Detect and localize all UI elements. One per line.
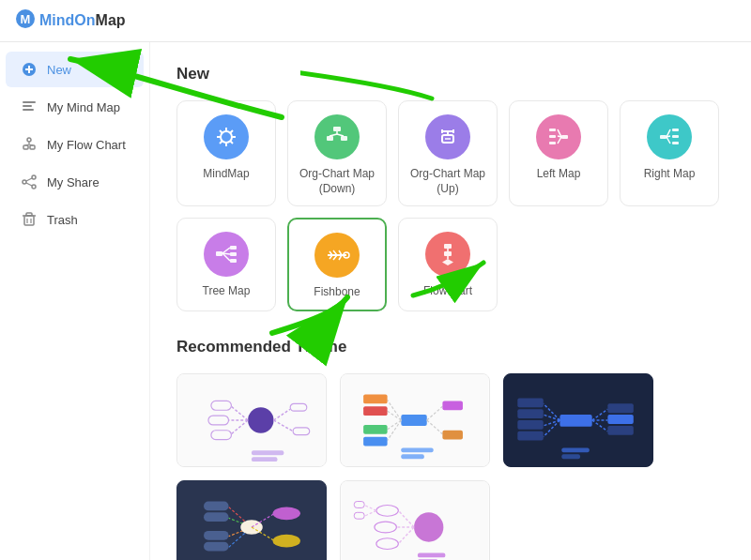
svg-rect-116 [517, 398, 543, 407]
rightmap-label: Right Map [644, 167, 696, 182]
svg-rect-125 [607, 426, 633, 435]
svg-rect-5 [23, 101, 36, 103]
svg-rect-142 [342, 481, 489, 560]
svg-rect-119 [517, 431, 543, 441]
theme-card-3[interactable] [503, 373, 653, 467]
svg-line-59 [667, 137, 670, 144]
svg-point-16 [32, 185, 36, 189]
share-nav-icon [21, 174, 38, 190]
sidebar-item-flowchart[interactable]: My Flow Chart [6, 127, 144, 162]
svg-rect-109 [401, 454, 424, 459]
trash-nav-icon [21, 211, 38, 228]
header: M MindOnMap [0, 0, 751, 42]
svg-line-17 [26, 178, 32, 181]
svg-line-52 [558, 137, 561, 144]
recommended-section: Recommended Theme [176, 338, 725, 560]
svg-rect-107 [442, 431, 463, 440]
orgup-icon [425, 114, 470, 159]
svg-rect-34 [327, 136, 333, 141]
flowchart-label: Flowchart [423, 284, 472, 299]
mindmap-label: MindMap [203, 167, 249, 182]
svg-rect-106 [442, 401, 463, 410]
svg-rect-35 [341, 136, 347, 141]
svg-rect-55 [672, 135, 679, 138]
flowchart-nav-icon [21, 136, 38, 153]
sidebar-item-myshare[interactable]: My Share [6, 164, 144, 200]
sidebar-item-trash[interactable]: Trash [6, 202, 144, 237]
orgdown-icon [314, 114, 360, 159]
template-grid: MindMap Org-Chart Map(Down) Org-Chart Ma… [176, 100, 725, 311]
leftmap-label: Left Map [537, 167, 581, 182]
svg-rect-60 [216, 251, 222, 256]
template-card-flowchart[interactable]: Flowchart [398, 218, 498, 311]
sidebar-item-mymindmap[interactable]: My Mind Map [6, 89, 144, 125]
fishbone-label: Fishbone [314, 285, 360, 300]
template-card-leftmap[interactable]: Left Map [509, 100, 608, 206]
svg-rect-7 [23, 109, 34, 111]
svg-rect-134 [204, 501, 228, 510]
svg-rect-103 [363, 436, 387, 446]
sidebar-item-mymindmap-label: My Mind Map [47, 100, 120, 114]
svg-line-31 [230, 130, 233, 133]
svg-rect-95 [401, 415, 426, 426]
svg-rect-137 [204, 541, 228, 551]
sidebar-item-myshare-label: My Share [47, 175, 100, 189]
svg-point-8 [27, 138, 31, 142]
orgup-label: Org-Chart Map (Up) [408, 167, 487, 196]
mindmap-nav-icon [21, 98, 38, 115]
new-section-title: New [176, 65, 725, 83]
svg-rect-102 [363, 425, 387, 434]
orgdown-label: Org-Chart Map(Down) [299, 167, 375, 196]
logo-icon: M [15, 8, 36, 34]
svg-line-64 [222, 248, 230, 253]
svg-rect-118 [517, 420, 543, 430]
svg-rect-53 [660, 135, 667, 139]
svg-point-143 [414, 512, 443, 541]
theme-card-2[interactable] [340, 373, 490, 467]
template-card-mindmap[interactable]: MindMap [176, 100, 276, 206]
theme-card-1[interactable] [176, 373, 327, 467]
svg-rect-48 [549, 135, 556, 138]
plus-icon [21, 61, 38, 78]
svg-rect-136 [204, 531, 228, 540]
svg-rect-101 [363, 406, 387, 416]
template-card-orgdown[interactable]: Org-Chart Map(Down) [287, 100, 387, 206]
svg-rect-9 [23, 145, 28, 149]
svg-rect-6 [23, 105, 32, 107]
svg-marker-77 [442, 259, 453, 265]
svg-rect-92 [252, 450, 284, 455]
sidebar-item-new[interactable]: New [6, 52, 144, 87]
template-card-fishbone[interactable]: Fishbone [287, 218, 387, 311]
svg-rect-127 [561, 454, 580, 459]
sidebar-item-new-label: New [47, 63, 71, 77]
svg-rect-76 [444, 251, 452, 256]
sidebar-item-trash-label: Trash [47, 213, 78, 227]
svg-rect-135 [204, 512, 228, 522]
svg-rect-124 [607, 415, 633, 424]
svg-line-37 [330, 134, 337, 136]
mindmap-icon [204, 114, 249, 159]
svg-line-29 [220, 130, 222, 133]
theme-card-5[interactable] [340, 480, 490, 560]
svg-rect-126 [561, 447, 589, 452]
svg-rect-108 [401, 447, 433, 452]
svg-rect-21 [26, 213, 32, 216]
template-card-treemap[interactable]: Tree Map [176, 218, 276, 311]
treemap-label: Tree Map [203, 284, 251, 299]
svg-point-81 [248, 407, 273, 432]
rightmap-icon [647, 114, 692, 159]
sidebar-item-flowchart-label: My Flow Chart [47, 138, 126, 152]
logo-text: MindOnMap [39, 12, 126, 29]
svg-rect-117 [517, 409, 543, 418]
new-section: New MindMap Org-Chart Map(Down) [176, 65, 725, 311]
svg-rect-75 [444, 244, 452, 249]
svg-rect-49 [549, 142, 556, 144]
template-card-orgup[interactable]: Org-Chart Map (Up) [398, 100, 498, 206]
svg-rect-123 [607, 403, 633, 413]
sidebar: New My Mind Map My Flow Chart My Share T [0, 42, 150, 560]
theme-card-4[interactable] [176, 480, 327, 560]
svg-rect-56 [672, 142, 679, 144]
svg-rect-111 [559, 415, 591, 427]
svg-rect-10 [30, 145, 35, 149]
template-card-rightmap[interactable]: Right Map [620, 100, 719, 206]
